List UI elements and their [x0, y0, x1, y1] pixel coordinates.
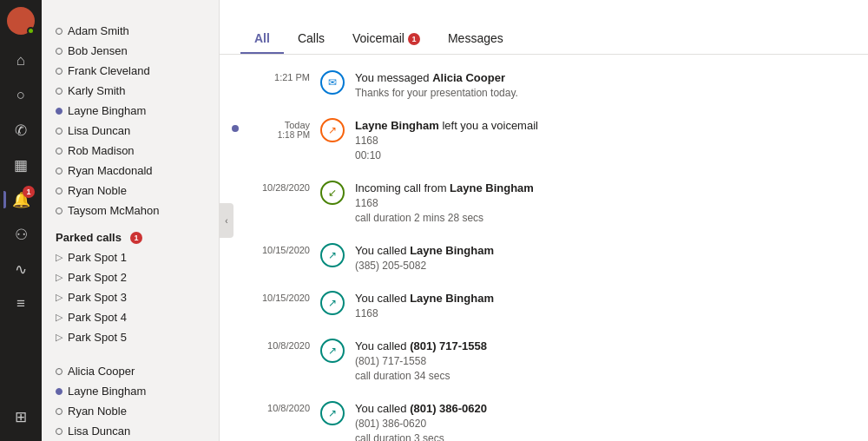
sidebar-item-conversation[interactable]: Lisa Duncan — [42, 421, 219, 441]
park-icon: ▷ — [56, 312, 62, 323]
activity-time: 10/8/2020 — [240, 401, 310, 413]
activity-time: 10/15/2020 — [240, 291, 310, 303]
activity-item[interactable]: Today1:18 PM↗Layne Bingham left you a vo… — [220, 109, 868, 172]
sidebar-item-park-spot[interactable]: ▷Park Spot 4 — [42, 307, 219, 327]
activity-type-icon: ↗ — [320, 118, 345, 142]
sidebar-item-conversation[interactable]: Alicia Cooper — [42, 361, 219, 381]
sidebar-item-park-spot[interactable]: ▷Park Spot 5 — [42, 327, 219, 347]
sidebar-item-favorite[interactable]: Karly Smith — [42, 81, 219, 101]
activity-type-icon: ↗ — [320, 291, 345, 315]
activity-item[interactable]: 10/28/2020↙Incoming call from Layne Bing… — [220, 172, 868, 234]
park-icon: ▷ — [56, 332, 62, 343]
tab-bar: AllCallsVoicemail1Messages — [240, 24, 847, 54]
tab-calls[interactable]: Calls — [284, 24, 339, 54]
people-icon[interactable]: ⚇ — [3, 217, 38, 252]
presence-dot — [56, 168, 62, 174]
settings-icon[interactable]: ≡ — [3, 286, 38, 321]
sidebar-item-conversation[interactable]: Ryan Noble — [42, 401, 219, 421]
presence-dot — [56, 428, 62, 435]
activity-type-icon: ✉ — [320, 70, 345, 95]
presence-dot — [56, 188, 62, 194]
activity-content: You called Layne Bingham(385) 205-5082 — [355, 243, 847, 273]
unread-dot — [232, 125, 239, 132]
activity-item[interactable]: 1:21 PM✉You messaged Alicia CooperThanks… — [220, 62, 868, 109]
activity-type-icon: ↗ — [320, 339, 345, 363]
activity-content: Layne Bingham left you a voicemail116800… — [355, 118, 847, 163]
activity-time: Today1:18 PM — [240, 118, 310, 140]
sidebar-item-park-spot[interactable]: ▷Park Spot 3 — [42, 287, 219, 307]
presence-dot — [56, 108, 62, 115]
tab-messages[interactable]: Messages — [434, 24, 517, 54]
presence-dot — [56, 368, 62, 375]
activity-type-icon: ↗ — [320, 401, 345, 425]
activity-time: 1:21 PM — [240, 70, 310, 82]
park-icon: ▷ — [56, 272, 62, 283]
presence-dot — [56, 128, 62, 135]
sidebar-item-favorite[interactable]: Lisa Duncan — [42, 121, 219, 141]
presence-dot — [56, 408, 62, 415]
sidebar-item-favorite[interactable]: Taysom McMahon — [42, 201, 219, 220]
activity-item[interactable]: 10/8/2020↗You called (801) 717-1558(801)… — [220, 330, 868, 392]
activity-list: 1:21 PM✉You messaged Alicia CooperThanks… — [220, 55, 868, 441]
sidebar: Adam SmithBob JensenFrank ClevelandKarly… — [42, 0, 220, 441]
activity-content: Incoming call from Layne Bingham1168call… — [355, 181, 847, 226]
calls-icon[interactable]: ✆ — [3, 113, 38, 148]
sidebar-item-favorite[interactable]: Rob Madison — [42, 141, 219, 161]
park-icon: ▷ — [56, 292, 62, 303]
tab-badge: 1 — [408, 33, 420, 45]
presence-dot — [56, 148, 62, 155]
presence-dot — [56, 207, 62, 214]
main-content: AllCallsVoicemail1Messages 1:21 PM✉You m… — [220, 0, 868, 441]
calendar-icon[interactable]: ▦ — [3, 148, 38, 182]
avatar-status — [27, 27, 35, 35]
activity-type-icon: ↙ — [320, 181, 345, 205]
presence-dot — [56, 88, 62, 95]
sidebar-item-favorite[interactable]: Adam Smith — [42, 21, 219, 41]
activity-content: You called (801) 717-1558(801) 717-1558c… — [355, 339, 847, 384]
activity-content: You called (801) 386-0620(801) 386-0620c… — [355, 401, 847, 441]
activity-content: You messaged Alicia CooperThanks for you… — [355, 70, 847, 101]
activity-item[interactable]: 10/15/2020↗You called Layne Bingham1168 — [220, 282, 868, 330]
icon-bar: ⌂○✆▦🔔1⚇∿≡ ⊞ — [0, 0, 42, 441]
analytics-icon[interactable]: ∿ — [3, 252, 38, 286]
chat-icon[interactable]: ○ — [3, 78, 38, 113]
sidebar-item-favorite[interactable]: Frank Cleveland — [42, 61, 219, 81]
activity-item[interactable]: 10/15/2020↗You called Layne Bingham(385)… — [220, 234, 868, 282]
sidebar-item-favorite[interactable]: Ryan Noble — [42, 181, 219, 201]
park-icon: ▷ — [56, 252, 62, 263]
activity-time: 10/8/2020 — [240, 339, 310, 351]
parked-calls-title: Parked calls1 — [42, 220, 219, 247]
presence-dot — [56, 28, 62, 35]
sidebar-item-park-spot[interactable]: ▷Park Spot 1 — [42, 247, 219, 267]
activity-content: You called Layne Bingham1168 — [355, 291, 847, 321]
conversations-title — [42, 347, 219, 361]
activity-type-icon: ↗ — [320, 243, 345, 267]
sidebar-item-park-spot[interactable]: ▷Park Spot 2 — [42, 267, 219, 287]
sidebar-item-favorite[interactable]: Ryan Macdonald — [42, 161, 219, 181]
sidebar-item-favorite[interactable]: Layne Bingham — [42, 101, 219, 121]
activity-icon[interactable]: 🔔1 — [3, 182, 38, 217]
activity-item[interactable]: 10/8/2020↗You called (801) 386-0620(801)… — [220, 392, 868, 441]
sidebar-item-favorite[interactable]: Bob Jensen — [42, 41, 219, 61]
sidebar-wrapper: Adam SmithBob JensenFrank ClevelandKarly… — [42, 0, 220, 441]
collapse-sidebar-button[interactable]: ‹ — [220, 203, 233, 238]
avatar[interactable] — [7, 7, 35, 35]
sidebar-item-conversation[interactable]: Layne Bingham — [42, 381, 219, 401]
home-icon[interactable]: ⌂ — [3, 43, 38, 78]
tab-all[interactable]: All — [240, 24, 284, 54]
favorites-title — [42, 7, 219, 21]
presence-dot — [56, 48, 62, 55]
main-header: AllCallsVoicemail1Messages — [220, 0, 868, 55]
activity-time: 10/28/2020 — [240, 181, 310, 193]
presence-dot — [56, 388, 62, 395]
activity-time: 10/15/2020 — [240, 243, 310, 255]
tab-voicemail[interactable]: Voicemail1 — [339, 24, 434, 54]
apps-icon[interactable]: ⊞ — [3, 399, 38, 434]
presence-dot — [56, 68, 62, 75]
